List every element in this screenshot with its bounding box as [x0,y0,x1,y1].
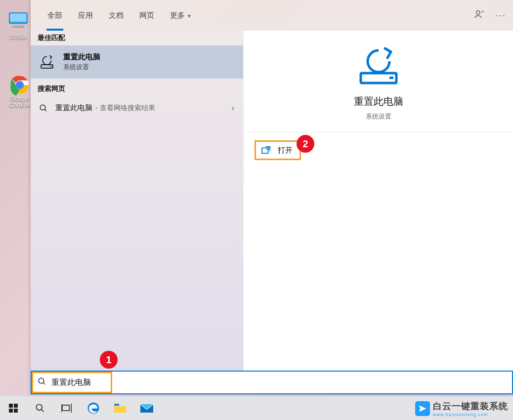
search-tabs: 全部 应用 文档 网页 更多▼ ··· [31,0,513,31]
open-external-icon [261,146,272,155]
svg-rect-9 [50,66,52,67]
tab-apps[interactable]: 应用 [70,0,101,31]
web-search-item[interactable]: 重置此电脑 - 查看网络搜索结果 › [31,96,243,120]
task-view-button[interactable] [53,396,80,420]
svg-point-7 [476,11,480,14]
reset-pc-icon [38,53,56,72]
tab-more[interactable]: 更多▼ [162,0,200,31]
section-web-search: 搜索网页 [31,82,243,96]
svg-line-11 [44,109,46,111]
desktop-icon-this-pc[interactable]: 此电脑 [6,11,31,41]
web-search-title: 重置此电脑 [55,103,92,113]
watermark-badge-icon [415,401,430,416]
pc-icon [7,11,29,31]
open-label: 打开 [278,146,293,155]
annotation-marker-2: 2 [297,135,314,153]
svg-rect-1 [10,13,26,21]
tab-label: 更多 [170,11,185,19]
search-panel: 全部 应用 文档 网页 更多▼ ··· 最佳匹配 重置此电脑 系统设置 搜索网 [31,0,513,394]
watermark-url: www.baiyunxitong.com [433,412,508,417]
best-match-item[interactable]: 重置此电脑 系统设置 [31,45,243,79]
tab-label: 全部 [47,11,62,19]
tab-label: 网页 [139,11,154,19]
more-options-icon[interactable]: ··· [496,10,506,21]
chevron-right-icon: › [232,104,234,113]
search-bar[interactable] [31,371,513,394]
svg-rect-27 [114,404,119,406]
taskbar-search-button[interactable] [27,396,53,420]
svg-point-10 [40,105,45,110]
svg-point-21 [37,405,43,411]
taskbar-mail[interactable] [133,396,160,420]
open-action[interactable]: 打开 [255,140,301,160]
divider [244,132,513,132]
preview-column: 重置此电脑 系统设置 打开 [243,31,513,394]
svg-rect-19 [9,409,13,413]
svg-rect-2 [14,24,23,26]
svg-rect-13 [389,77,393,79]
tab-label: 文档 [109,11,124,19]
web-search-subtitle: - 查看网络搜索结果 [95,104,155,113]
tab-label: 应用 [78,11,93,19]
watermark: 白云一键重装系统 www.baiyunxitong.com [415,400,508,417]
chevron-down-icon: ▼ [187,13,192,19]
best-match-subtitle: 系统设置 [63,63,100,72]
svg-point-15 [39,378,44,383]
search-icon [38,104,49,113]
section-best-match: 最佳匹配 [31,31,243,45]
results-column: 最佳匹配 重置此电脑 系统设置 搜索网页 重置此电脑 - 查看网络搜索结果 › [31,31,243,394]
svg-line-22 [42,410,44,412]
start-button[interactable] [0,396,27,420]
taskbar-edge[interactable] [80,396,107,420]
tab-all[interactable]: 全部 [40,0,70,31]
preview-title: 重置此电脑 [244,95,513,108]
svg-rect-17 [9,404,13,408]
svg-rect-3 [12,26,25,28]
taskbar-file-explorer[interactable] [107,396,133,420]
svg-rect-23 [62,405,69,411]
svg-rect-18 [14,404,18,408]
desktop-icon-label: 此电脑 [9,33,27,40]
tab-docs[interactable]: 文档 [101,0,131,31]
annotation-marker-1: 1 [100,351,118,369]
search-icon [38,377,46,388]
best-match-title: 重置此电脑 [63,52,100,62]
svg-rect-20 [14,409,18,413]
search-input[interactable] [51,373,512,392]
desktop-icon-label: Google Chrome [6,96,34,109]
svg-line-16 [43,382,45,384]
preview-subtitle: 系统设置 [244,112,513,121]
desktop-icon-chrome[interactable]: Google Chrome [6,74,34,109]
chrome-icon [9,74,31,94]
preview-reset-pc-icon [354,46,403,86]
tab-web[interactable]: 网页 [131,0,162,31]
feedback-icon[interactable] [474,9,485,22]
watermark-title: 白云一键重装系统 [433,401,508,411]
